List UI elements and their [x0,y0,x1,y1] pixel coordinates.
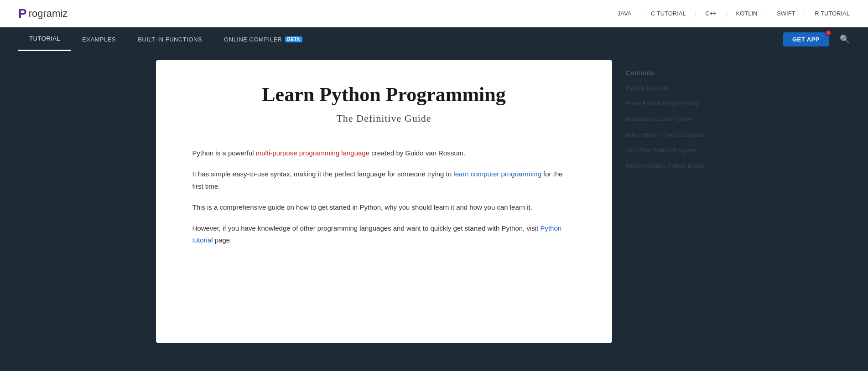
logo-p-letter: P [18,6,27,21]
top-nav: JAVA | C TUTORIAL | C++ | KOTLIN | SWIFT… [618,10,850,17]
nav-online-compiler[interactable]: ONLINE COMPILER beta [213,27,313,51]
toc-title: Contents [626,69,712,77]
toc-first-program[interactable]: Your First Python Program [626,146,712,155]
content-card: Learn Python Programming The Definitive … [156,60,612,343]
python-tutorial-link[interactable]: Python tutorial [192,224,562,244]
nav-links: TUTORIAL EXAMPLES BUILT-IN FUNCTIONS ONL… [18,27,783,51]
paragraph-3: This is a comprehensive guide on how to … [192,201,576,213]
nav-r-tutorial[interactable]: R TUTORIAL [815,10,850,17]
nav-bar: TUTORIAL EXAMPLES BUILT-IN FUNCTIONS ONL… [0,27,868,51]
toc-python-tutorials[interactable]: Python Tutorials [626,84,712,92]
sep-2: | [695,10,696,17]
sep-3: | [726,10,727,17]
paragraph-1: Python is a powerful multi-purpose progr… [192,147,576,159]
logo[interactable]: P rogramiz [18,6,68,21]
search-icon: 🔍 [840,35,850,44]
nav-cpp[interactable]: C++ [705,10,717,17]
paragraph-2: It has simple easy-to-use syntax, making… [192,168,576,192]
get-app-button[interactable]: GET APP [783,32,829,46]
top-bar: P rogramiz JAVA | C TUTORIAL | C++ | KOT… [0,0,868,27]
toc-reasons[interactable]: Reasons to Learn Python [626,115,712,123]
sep-4: | [767,10,768,17]
toc-sidebar: Contents Python Tutorials About Python P… [612,60,712,343]
logo-text: rogramiz [29,8,68,20]
beta-badge: beta [285,36,302,42]
toc-recommended-books[interactable]: Recommended Python Books [626,162,712,170]
sep-5: | [805,10,806,17]
nav-swift[interactable]: SWIFT [777,10,795,17]
search-button[interactable]: 🔍 [840,34,850,44]
nav-kotlin[interactable]: KOTLIN [736,10,758,17]
sep-1: | [640,10,642,17]
toc-about-python[interactable]: About Python Programming [626,99,712,108]
notification-dot [825,30,832,36]
nav-java[interactable]: JAVA [618,10,632,17]
online-compiler-label: ONLINE COMPILER [224,36,282,43]
main-wrapper: Learn Python Programming The Definitive … [0,51,868,352]
toc-run-python[interactable]: Run Python in Your Computer [626,131,712,139]
nav-tutorial[interactable]: TUTORIAL [18,27,71,51]
highlight-multipurpose: multi-purpose programming language [256,149,369,157]
get-app-label: GET APP [792,36,820,43]
nav-examples[interactable]: EXAMPLES [71,27,127,51]
nav-built-in-functions[interactable]: BUILT-IN FUNCTIONS [127,27,213,51]
paragraph-4: However, if you have knowledge of other … [192,222,576,247]
learn-computer-link[interactable]: learn computer programming [453,170,541,178]
nav-c-tutorial[interactable]: C TUTORIAL [651,10,686,17]
page-title: Learn Python Programming [192,83,576,106]
page-subtitle: The Definitive Guide [192,113,576,124]
